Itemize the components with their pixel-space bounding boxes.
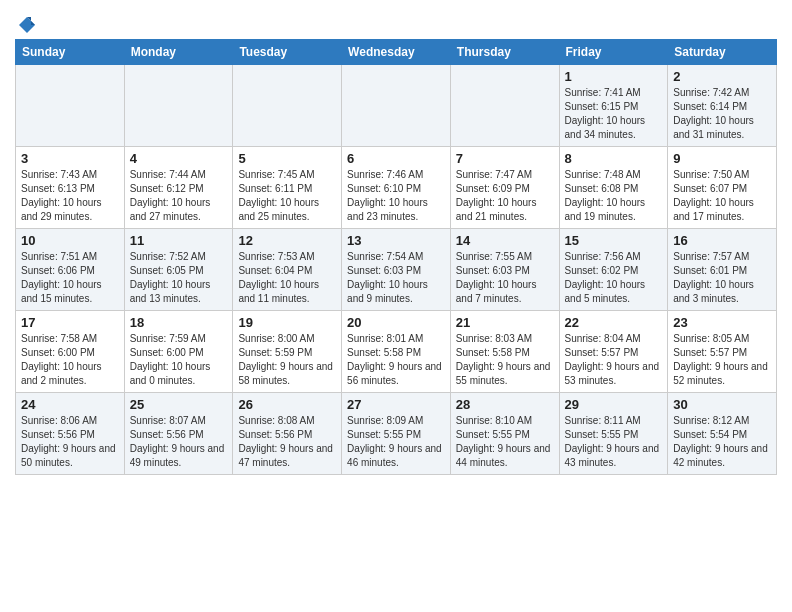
day-number: 15	[565, 233, 663, 248]
day-cell: 8Sunrise: 7:48 AM Sunset: 6:08 PM Daylig…	[559, 147, 668, 229]
day-cell: 24Sunrise: 8:06 AM Sunset: 5:56 PM Dayli…	[16, 393, 125, 475]
logo	[15, 15, 37, 31]
day-cell: 5Sunrise: 7:45 AM Sunset: 6:11 PM Daylig…	[233, 147, 342, 229]
day-number: 13	[347, 233, 445, 248]
day-number: 29	[565, 397, 663, 412]
header	[15, 10, 777, 31]
day-cell	[342, 65, 451, 147]
day-cell: 18Sunrise: 7:59 AM Sunset: 6:00 PM Dayli…	[124, 311, 233, 393]
day-header-saturday: Saturday	[668, 40, 777, 65]
day-info: Sunrise: 7:44 AM Sunset: 6:12 PM Dayligh…	[130, 168, 228, 224]
day-number: 1	[565, 69, 663, 84]
day-cell: 3Sunrise: 7:43 AM Sunset: 6:13 PM Daylig…	[16, 147, 125, 229]
day-cell: 26Sunrise: 8:08 AM Sunset: 5:56 PM Dayli…	[233, 393, 342, 475]
day-number: 14	[456, 233, 554, 248]
day-cell: 2Sunrise: 7:42 AM Sunset: 6:14 PM Daylig…	[668, 65, 777, 147]
week-row-0: 1Sunrise: 7:41 AM Sunset: 6:15 PM Daylig…	[16, 65, 777, 147]
day-cell	[16, 65, 125, 147]
day-number: 16	[673, 233, 771, 248]
day-number: 10	[21, 233, 119, 248]
day-info: Sunrise: 7:48 AM Sunset: 6:08 PM Dayligh…	[565, 168, 663, 224]
week-row-2: 10Sunrise: 7:51 AM Sunset: 6:06 PM Dayli…	[16, 229, 777, 311]
day-cell: 21Sunrise: 8:03 AM Sunset: 5:58 PM Dayli…	[450, 311, 559, 393]
day-info: Sunrise: 8:07 AM Sunset: 5:56 PM Dayligh…	[130, 414, 228, 470]
day-info: Sunrise: 7:46 AM Sunset: 6:10 PM Dayligh…	[347, 168, 445, 224]
day-number: 18	[130, 315, 228, 330]
day-info: Sunrise: 8:01 AM Sunset: 5:58 PM Dayligh…	[347, 332, 445, 388]
day-header-friday: Friday	[559, 40, 668, 65]
day-info: Sunrise: 8:06 AM Sunset: 5:56 PM Dayligh…	[21, 414, 119, 470]
page: SundayMondayTuesdayWednesdayThursdayFrid…	[0, 0, 792, 485]
day-cell: 4Sunrise: 7:44 AM Sunset: 6:12 PM Daylig…	[124, 147, 233, 229]
day-info: Sunrise: 7:42 AM Sunset: 6:14 PM Dayligh…	[673, 86, 771, 142]
day-info: Sunrise: 8:05 AM Sunset: 5:57 PM Dayligh…	[673, 332, 771, 388]
day-number: 24	[21, 397, 119, 412]
logo-text	[15, 15, 37, 35]
day-cell: 17Sunrise: 7:58 AM Sunset: 6:00 PM Dayli…	[16, 311, 125, 393]
day-info: Sunrise: 7:47 AM Sunset: 6:09 PM Dayligh…	[456, 168, 554, 224]
day-info: Sunrise: 7:50 AM Sunset: 6:07 PM Dayligh…	[673, 168, 771, 224]
day-cell	[233, 65, 342, 147]
day-cell: 10Sunrise: 7:51 AM Sunset: 6:06 PM Dayli…	[16, 229, 125, 311]
day-info: Sunrise: 8:12 AM Sunset: 5:54 PM Dayligh…	[673, 414, 771, 470]
logo-icon	[17, 15, 37, 35]
day-cell: 29Sunrise: 8:11 AM Sunset: 5:55 PM Dayli…	[559, 393, 668, 475]
day-number: 26	[238, 397, 336, 412]
day-number: 23	[673, 315, 771, 330]
day-header-tuesday: Tuesday	[233, 40, 342, 65]
day-info: Sunrise: 7:58 AM Sunset: 6:00 PM Dayligh…	[21, 332, 119, 388]
day-number: 2	[673, 69, 771, 84]
day-info: Sunrise: 7:53 AM Sunset: 6:04 PM Dayligh…	[238, 250, 336, 306]
day-number: 3	[21, 151, 119, 166]
day-info: Sunrise: 8:09 AM Sunset: 5:55 PM Dayligh…	[347, 414, 445, 470]
day-info: Sunrise: 7:51 AM Sunset: 6:06 PM Dayligh…	[21, 250, 119, 306]
day-number: 5	[238, 151, 336, 166]
day-info: Sunrise: 7:57 AM Sunset: 6:01 PM Dayligh…	[673, 250, 771, 306]
day-number: 17	[21, 315, 119, 330]
day-number: 30	[673, 397, 771, 412]
day-cell: 13Sunrise: 7:54 AM Sunset: 6:03 PM Dayli…	[342, 229, 451, 311]
day-info: Sunrise: 8:03 AM Sunset: 5:58 PM Dayligh…	[456, 332, 554, 388]
day-cell: 19Sunrise: 8:00 AM Sunset: 5:59 PM Dayli…	[233, 311, 342, 393]
calendar-table: SundayMondayTuesdayWednesdayThursdayFrid…	[15, 39, 777, 475]
day-cell: 25Sunrise: 8:07 AM Sunset: 5:56 PM Dayli…	[124, 393, 233, 475]
day-header-sunday: Sunday	[16, 40, 125, 65]
day-cell	[124, 65, 233, 147]
day-cell: 14Sunrise: 7:55 AM Sunset: 6:03 PM Dayli…	[450, 229, 559, 311]
day-info: Sunrise: 7:43 AM Sunset: 6:13 PM Dayligh…	[21, 168, 119, 224]
day-cell: 20Sunrise: 8:01 AM Sunset: 5:58 PM Dayli…	[342, 311, 451, 393]
day-cell	[450, 65, 559, 147]
day-info: Sunrise: 7:55 AM Sunset: 6:03 PM Dayligh…	[456, 250, 554, 306]
day-info: Sunrise: 7:41 AM Sunset: 6:15 PM Dayligh…	[565, 86, 663, 142]
day-info: Sunrise: 8:04 AM Sunset: 5:57 PM Dayligh…	[565, 332, 663, 388]
day-info: Sunrise: 7:45 AM Sunset: 6:11 PM Dayligh…	[238, 168, 336, 224]
day-number: 8	[565, 151, 663, 166]
day-info: Sunrise: 8:11 AM Sunset: 5:55 PM Dayligh…	[565, 414, 663, 470]
day-cell: 7Sunrise: 7:47 AM Sunset: 6:09 PM Daylig…	[450, 147, 559, 229]
day-number: 7	[456, 151, 554, 166]
day-info: Sunrise: 8:08 AM Sunset: 5:56 PM Dayligh…	[238, 414, 336, 470]
day-number: 21	[456, 315, 554, 330]
day-number: 22	[565, 315, 663, 330]
week-row-1: 3Sunrise: 7:43 AM Sunset: 6:13 PM Daylig…	[16, 147, 777, 229]
week-row-3: 17Sunrise: 7:58 AM Sunset: 6:00 PM Dayli…	[16, 311, 777, 393]
day-number: 25	[130, 397, 228, 412]
day-info: Sunrise: 8:10 AM Sunset: 5:55 PM Dayligh…	[456, 414, 554, 470]
day-number: 20	[347, 315, 445, 330]
day-number: 11	[130, 233, 228, 248]
day-cell: 27Sunrise: 8:09 AM Sunset: 5:55 PM Dayli…	[342, 393, 451, 475]
day-number: 27	[347, 397, 445, 412]
day-number: 4	[130, 151, 228, 166]
day-number: 9	[673, 151, 771, 166]
day-cell: 16Sunrise: 7:57 AM Sunset: 6:01 PM Dayli…	[668, 229, 777, 311]
day-header-thursday: Thursday	[450, 40, 559, 65]
day-cell: 11Sunrise: 7:52 AM Sunset: 6:05 PM Dayli…	[124, 229, 233, 311]
day-cell: 9Sunrise: 7:50 AM Sunset: 6:07 PM Daylig…	[668, 147, 777, 229]
header-row: SundayMondayTuesdayWednesdayThursdayFrid…	[16, 40, 777, 65]
day-info: Sunrise: 7:52 AM Sunset: 6:05 PM Dayligh…	[130, 250, 228, 306]
day-cell: 1Sunrise: 7:41 AM Sunset: 6:15 PM Daylig…	[559, 65, 668, 147]
day-cell: 12Sunrise: 7:53 AM Sunset: 6:04 PM Dayli…	[233, 229, 342, 311]
day-cell: 6Sunrise: 7:46 AM Sunset: 6:10 PM Daylig…	[342, 147, 451, 229]
day-number: 19	[238, 315, 336, 330]
day-cell: 28Sunrise: 8:10 AM Sunset: 5:55 PM Dayli…	[450, 393, 559, 475]
